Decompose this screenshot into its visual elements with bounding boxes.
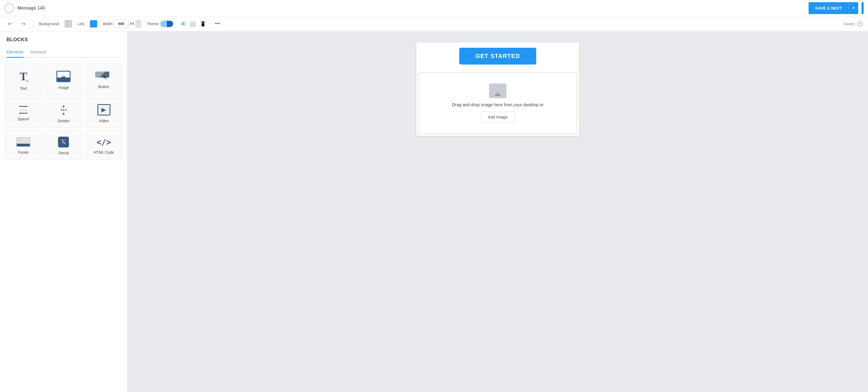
footer-icon (16, 137, 30, 147)
link-color-swatch[interactable] (90, 20, 97, 28)
image-icon (56, 71, 70, 82)
sidebar-tabs: Elements Structure (6, 47, 121, 58)
device-buttons: 🖥 ⬜ 📱 (179, 19, 208, 29)
block-button[interactable]: ↖ Button (85, 63, 123, 95)
toolbar-separator-1 (33, 20, 33, 28)
blocks-grid: T Text Image ↖ Button (4, 63, 123, 160)
toolbar-right: Saved 🕐 (844, 21, 863, 27)
block-text[interactable]: T Text (4, 63, 42, 95)
tablet-view-button[interactable]: ⬜ (188, 19, 197, 29)
sidebar-header: BLOCKS Elements Structure (0, 31, 127, 58)
block-button-label: Button (98, 85, 109, 89)
image-placeholder-icon: ⛰ (489, 84, 506, 98)
width-increment-button[interactable]: + (135, 20, 141, 24)
block-footer[interactable]: Footer (4, 130, 42, 160)
history-icon[interactable]: 🕐 (857, 21, 863, 27)
block-image-label: Image (58, 86, 69, 90)
block-social[interactable]: 𝕏 Social (44, 130, 83, 160)
block-image[interactable]: Image (44, 63, 83, 95)
block-social-label: Social (58, 151, 69, 155)
saved-status: Saved (844, 22, 855, 26)
block-divider[interactable]: ▼ ▲ Divider (44, 97, 83, 128)
spacer-icon: ⬦ ⬦ (19, 106, 28, 113)
block-text-label: Text (20, 86, 27, 91)
drag-drop-text: Drag and drop image here from your deskt… (452, 102, 544, 107)
app-title: Message 140 (18, 5, 45, 11)
email-canvas: GET STARTED ⛰ Drag and drop image here f… (416, 42, 579, 136)
link-label: Link (78, 22, 85, 26)
desktop-view-button[interactable]: 🖥 (179, 19, 187, 29)
app-logo (4, 3, 14, 13)
get-started-button[interactable]: GET STARTED (459, 48, 536, 65)
get-started-block: GET STARTED (416, 42, 579, 70)
text-icon: T (20, 70, 27, 83)
width-stepper: + - (135, 20, 141, 28)
block-video[interactable]: ▶ Video (85, 97, 123, 128)
html-icon: </> (97, 137, 111, 147)
sidebar-content: T Text Image ↖ Button (0, 58, 127, 392)
save-next-label[interactable]: SAVE & NEXT (809, 2, 848, 14)
block-divider-label: Divider (58, 119, 70, 123)
width-decrement-button[interactable]: - (135, 24, 141, 28)
block-spacer-label: Spacer (18, 117, 29, 121)
mountain-icon: ⛰ (495, 91, 501, 97)
width-label: Width (103, 22, 113, 26)
canvas-area: GET STARTED ⛰ Drag and drop image here f… (127, 31, 868, 392)
background-color-swatch[interactable] (65, 20, 72, 28)
block-html-code[interactable]: </> HTML Code (85, 130, 123, 160)
block-spacer[interactable]: ⬦ ⬦ Spacer (4, 97, 42, 128)
block-video-label: Video (99, 119, 109, 123)
more-options-button[interactable]: ••• (213, 20, 222, 28)
image-drop-block[interactable]: ⛰ Drag and drop image here from your des… (418, 72, 577, 134)
toolbar: ↩ ↪ Background Link Width PX + - Theme 🖥… (0, 16, 868, 31)
background-label: Background (39, 22, 59, 26)
theme-toggle-switch[interactable] (160, 21, 173, 27)
add-image-button[interactable]: Add Image (480, 112, 516, 122)
undo-button[interactable]: ↩ (5, 20, 14, 28)
width-unit: PX (130, 22, 134, 26)
block-html-label: HTML Code (94, 150, 114, 155)
main-layout: BLOCKS Elements Structure T Text Image (0, 31, 868, 392)
block-footer-label: Footer (18, 150, 29, 155)
tab-elements[interactable]: Elements (6, 47, 24, 58)
theme-label: Theme (147, 22, 159, 26)
button-icon: ↖ (95, 72, 113, 81)
width-input[interactable] (114, 20, 129, 28)
save-next-button[interactable]: SAVE & NEXT ▾ (809, 2, 858, 14)
top-bar: Message 140 SAVE & NEXT ▾ (0, 0, 868, 16)
blue-tab (862, 2, 864, 14)
save-dropdown-arrow[interactable]: ▾ (849, 2, 858, 14)
blocks-title: BLOCKS (6, 37, 121, 42)
divider-icon: ▼ ▲ (61, 104, 66, 116)
width-control: Width PX + - (103, 20, 141, 28)
tab-structure[interactable]: Structure (30, 47, 46, 58)
video-icon: ▶ (97, 104, 111, 116)
social-icon: 𝕏 (58, 137, 69, 148)
redo-button[interactable]: ↪ (19, 20, 28, 28)
sidebar: BLOCKS Elements Structure T Text Image (0, 31, 127, 392)
mobile-view-button[interactable]: 📱 (198, 19, 208, 29)
theme-control: Theme (147, 21, 173, 27)
